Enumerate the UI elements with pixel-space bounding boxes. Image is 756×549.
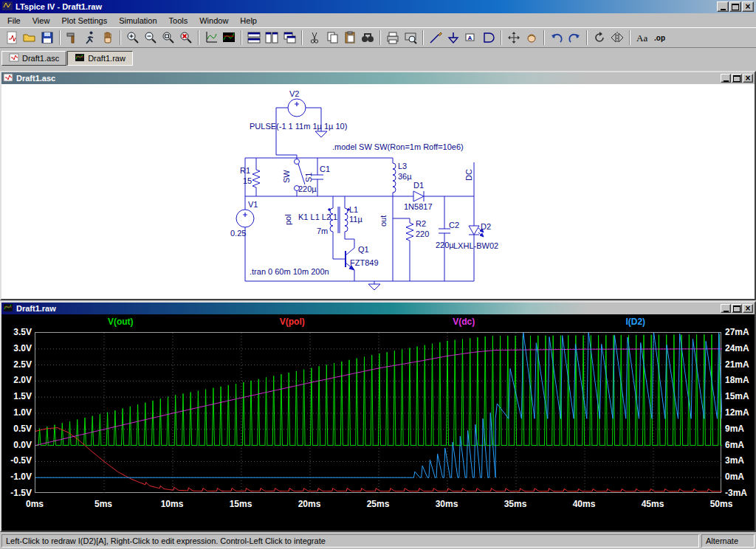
toolbar-drag-button[interactable] <box>523 29 540 46</box>
menu-help[interactable]: Help <box>234 15 263 27</box>
waveform-window-titlebar[interactable]: Draft1.raw <box>1 303 755 314</box>
tab-label: Draft1.asc <box>22 54 59 63</box>
toolbar-cut-button[interactable] <box>306 29 323 46</box>
x-tick: 15ms <box>219 499 263 509</box>
y-right-tick: 15mA <box>725 391 756 401</box>
schematic-canvas-area[interactable]: V2 PULSE(-1 1 11m 1µ 1µ 10) .model SW SW… <box>1 84 755 299</box>
toolbar-print-preview-button[interactable] <box>402 29 419 46</box>
toolbar-paste-button[interactable] <box>341 29 359 46</box>
toolbar-new-schematic-button[interactable] <box>3 29 21 46</box>
toolbar-separator <box>629 30 630 45</box>
y-left-tick: -1.0V <box>1 472 32 482</box>
resistor-r2[interactable] <box>406 218 413 281</box>
toolbar-cascade-button[interactable] <box>281 29 298 46</box>
x-tick: 25ms <box>356 499 400 509</box>
trace-canvas <box>35 333 722 494</box>
tab-draft1-raw[interactable]: Draft1.raw <box>67 51 133 66</box>
waveform-close-button[interactable] <box>743 304 753 313</box>
status-mode[interactable]: Alternate <box>701 534 755 548</box>
toolbar-label-net-button[interactable]: A <box>462 29 480 46</box>
close-button[interactable] <box>742 1 754 12</box>
toolbar-tile-vertical-button[interactable] <box>263 29 281 46</box>
toolbar-ground-button[interactable] <box>444 29 462 46</box>
capacitor-c1[interactable] <box>312 175 323 179</box>
zoom-clear-icon <box>179 30 193 45</box>
legend-I(D2)[interactable]: I(D2) <box>625 317 645 327</box>
toolbar-open-button[interactable] <box>21 29 38 46</box>
toolbar-zoom-fit-button[interactable] <box>159 29 177 46</box>
toolbar-mirror-button[interactable] <box>608 29 626 46</box>
x-tick: 45ms <box>630 499 675 509</box>
minimize-button[interactable] <box>717 1 729 12</box>
toolbar-undo-button[interactable] <box>548 29 566 46</box>
ground-symbol[interactable] <box>315 131 327 137</box>
waveform-minimize-button[interactable] <box>721 304 731 313</box>
toolbar-component-button[interactable] <box>480 29 498 46</box>
waveform-plot[interactable]: V(out)V(pol)V(dc)I(D2) 3.5V3.0V2.5V2.0V1… <box>1 314 755 531</box>
menu-window[interactable]: Window <box>193 15 234 27</box>
resistor-r1[interactable] <box>252 158 260 196</box>
y-right-tick: 9mA <box>725 424 756 434</box>
toolbar-find-button[interactable] <box>359 29 377 46</box>
toolbar-print-button[interactable] <box>384 29 402 46</box>
toolbar-spice-directive-button[interactable]: .op <box>651 29 669 46</box>
toolbar-text-button[interactable]: Aa <box>633 29 651 46</box>
toolbar-save-button[interactable] <box>38 29 56 46</box>
voltage-source-v1[interactable] <box>236 210 254 227</box>
legend-V(pol)[interactable]: V(pol) <box>280 317 305 327</box>
label-d1-value: 1N5817 <box>404 202 433 211</box>
label-l2-value: 7m <box>317 227 328 235</box>
ground-symbol-2[interactable] <box>368 284 380 290</box>
toolbar-wire-button[interactable] <box>427 29 444 46</box>
y-left-tick: 1.5V <box>1 391 32 401</box>
menu-tools[interactable]: Tools <box>163 15 194 27</box>
toolbar-tile-horizontal-button[interactable] <box>245 29 263 46</box>
toolbar-zoom-out-button[interactable] <box>142 29 159 46</box>
toolbar-control-panel-button[interactable] <box>63 29 81 46</box>
waveform-maximize-button[interactable] <box>732 304 742 313</box>
legend-V(dc)[interactable]: V(dc) <box>453 317 475 327</box>
label-model-directive[interactable]: .model SW SW(Ron=1m Roff=10e6) <box>332 142 464 151</box>
x-tick: 50ms <box>699 499 743 509</box>
y-right-tick: 6mA <box>725 440 756 450</box>
schematic-maximize-button[interactable] <box>732 74 742 83</box>
schematic-tab-icon <box>9 52 19 64</box>
toolbar-autorange-button[interactable] <box>202 29 220 46</box>
legend-V(out)[interactable]: V(out) <box>108 317 134 327</box>
x-tick: 35ms <box>493 499 537 509</box>
inductor-l3[interactable] <box>393 158 396 281</box>
toolbar-plot-settings-button[interactable] <box>220 29 238 46</box>
schematic-close-button[interactable] <box>743 74 753 83</box>
menu-view[interactable]: View <box>27 15 56 27</box>
label-dc-net: DC <box>464 169 473 181</box>
diode-d1[interactable] <box>413 191 424 201</box>
toolbar-zoom-in-button[interactable] <box>124 29 142 46</box>
plot-pane[interactable] <box>35 332 721 493</box>
y-right-tick: 3mA <box>725 455 756 466</box>
text-icon: Aa <box>635 30 650 45</box>
schematic-window-titlebar[interactable]: Draft1.asc <box>1 72 755 84</box>
toolbar-separator <box>379 30 381 45</box>
label-pulse[interactable]: PULSE(-1 1 11m 1µ 1µ 10) <box>250 122 347 131</box>
toolbar-zoom-clear-button[interactable] <box>177 29 195 46</box>
y-right-tick: 12mA <box>725 407 756 418</box>
toolbar-run-button[interactable] <box>81 29 99 46</box>
menu-plot-settings[interactable]: Plot Settings <box>55 15 113 27</box>
voltage-source-v2[interactable] <box>288 99 306 117</box>
label-tran-directive[interactable]: .tran 0 60m 10m 200n <box>250 267 329 276</box>
menu-simulation[interactable]: Simulation <box>113 15 162 27</box>
maximize-button[interactable] <box>729 1 741 12</box>
toolbar-halt-button[interactable] <box>99 29 117 46</box>
schematic-canvas[interactable]: V2 PULSE(-1 1 11m 1µ 1µ 10) .model SW SW… <box>1 84 755 299</box>
toolbar-move-button[interactable] <box>505 29 523 46</box>
menu-file[interactable]: File <box>1 15 27 27</box>
schematic-minimize-button[interactable] <box>721 74 731 83</box>
x-tick: 30ms <box>425 499 469 509</box>
svg-text:.op: .op <box>654 34 665 42</box>
toolbar-copy-button[interactable] <box>323 29 341 46</box>
toolbar-redo-button[interactable] <box>566 29 583 46</box>
tab-draft1-asc[interactable]: Draft1.asc <box>1 51 66 66</box>
label-q1: Q1 <box>358 245 369 254</box>
toolbar-rotate-button[interactable] <box>591 29 608 46</box>
label-k1-directive[interactable]: K1 L1 L2 1 <box>298 213 337 221</box>
